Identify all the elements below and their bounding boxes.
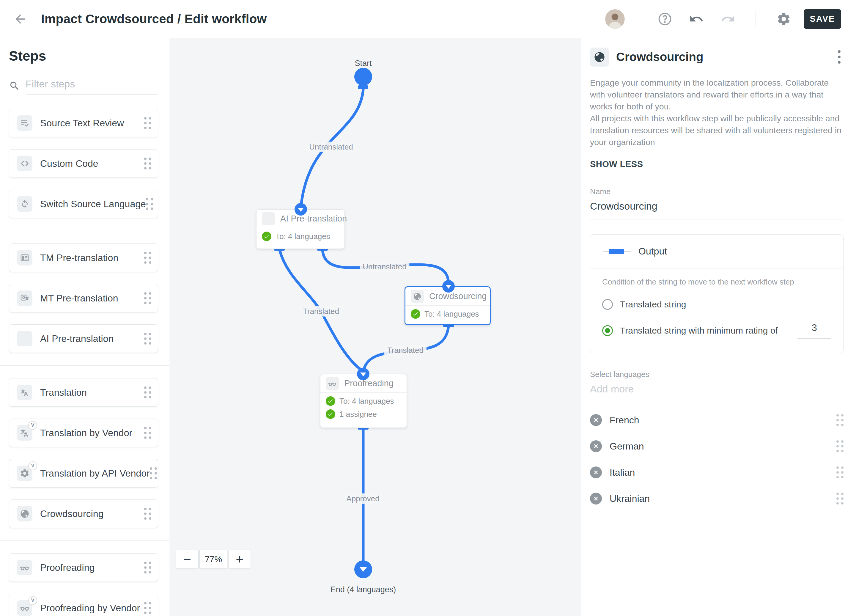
node-header: Crowdsourcing <box>405 287 490 306</box>
sidebar-title: Steps <box>9 48 158 64</box>
filter-steps <box>9 76 158 94</box>
edge-label-translated: Translated <box>300 306 342 317</box>
step-label: Proofreading <box>40 562 94 573</box>
drag-handle-icon[interactable] <box>144 292 151 304</box>
remove-language-icon[interactable] <box>590 493 602 505</box>
name-input[interactable] <box>590 196 844 219</box>
drag-handle-icon[interactable] <box>836 440 844 452</box>
output-card: Output Condition of the string to move t… <box>590 234 844 353</box>
drag-handle-icon[interactable] <box>144 508 151 520</box>
edge-label-translated: Translated <box>384 345 426 356</box>
drag-handle-icon[interactable] <box>144 387 151 398</box>
drag-handle-icon[interactable] <box>836 493 844 505</box>
gear-icon: V <box>17 465 32 481</box>
step-custom-code[interactable]: Custom Code <box>9 149 158 178</box>
translate-icon <box>17 385 32 400</box>
step-label: Source Text Review <box>40 118 124 129</box>
panel-title: Crowdsourcing <box>616 50 703 64</box>
min-rating-input[interactable]: 3 <box>797 322 831 339</box>
remove-language-icon[interactable] <box>590 414 602 426</box>
option-translated-string[interactable]: Translated string <box>602 299 831 310</box>
drag-handle-icon[interactable] <box>144 252 151 264</box>
zoom-out-button[interactable]: − <box>176 550 199 569</box>
step-settings-panel: Crowdsourcing Engage your community in t… <box>581 38 856 616</box>
help-icon[interactable] <box>657 12 672 26</box>
step-label: AI Pre-translation <box>40 333 114 344</box>
glasses-icon <box>17 560 32 575</box>
drag-handle-icon[interactable] <box>144 427 151 439</box>
globe-icon <box>590 48 609 66</box>
output-header: Output <box>590 234 843 268</box>
drag-handle-icon[interactable] <box>144 117 151 129</box>
step-translation-by-vendor[interactable]: V Translation by Vendor <box>9 419 158 447</box>
save-button[interactable]: SAVE <box>804 9 841 29</box>
avatar[interactable] <box>605 9 625 29</box>
language-name: German <box>610 441 644 452</box>
drag-handle-icon[interactable] <box>150 467 157 479</box>
step-crowdsourcing[interactable]: Crowdsourcing <box>9 499 158 528</box>
step-ai-pretranslation[interactable]: AI Pre-translation <box>9 324 158 353</box>
tm-document-icon <box>17 250 32 265</box>
group-divider <box>0 541 169 541</box>
option-translated-min-rating[interactable]: Translated string with minimum rating of… <box>602 322 831 339</box>
divider <box>756 10 756 28</box>
radio-label: Translated string with minimum rating of <box>620 325 778 336</box>
step-switch-source-language[interactable]: Switch Source Language <box>9 190 158 218</box>
drag-handle-icon[interactable] <box>144 602 151 614</box>
undo-icon[interactable] <box>689 12 704 26</box>
edge-label-approved: Approved <box>343 493 382 504</box>
output-connector-icon <box>604 248 631 254</box>
condition-label: Condition of the string to move to the n… <box>602 277 831 286</box>
vendor-badge: V <box>28 421 37 430</box>
drag-handle-icon[interactable] <box>146 198 153 210</box>
glasses-icon: V <box>17 600 32 616</box>
node-row-label: To: 4 languages <box>425 310 479 319</box>
node-body: To: 4 languages <box>405 306 490 322</box>
step-list: Source Text Review Custom Code Switch So… <box>9 109 158 616</box>
drag-handle-icon[interactable] <box>144 333 151 345</box>
drag-handle-icon[interactable] <box>836 414 844 426</box>
settings-gear-icon[interactable] <box>776 12 791 26</box>
node-row: To: 4 languages <box>262 232 339 241</box>
end-label: End (4 languages) <box>331 585 396 594</box>
step-proofreading[interactable]: Proofreading <box>9 553 158 582</box>
step-source-text-review[interactable]: Source Text Review <box>9 109 158 137</box>
language-name: Ukrainian <box>610 493 650 504</box>
check-icon <box>326 410 335 419</box>
kebab-menu-icon[interactable] <box>835 47 844 66</box>
top-bar: Impact Crowdsourced / Edit workflow SAVE <box>0 0 856 38</box>
node-row: To: 4 languages <box>411 309 485 319</box>
step-proofreading-by-vendor[interactable]: V Proofreading by Vendor <box>9 594 158 616</box>
vendor-badge: V <box>28 596 37 605</box>
step-translation[interactable]: Translation <box>9 378 158 407</box>
drag-handle-icon[interactable] <box>144 562 151 573</box>
source-text-review-icon <box>17 116 32 131</box>
filter-steps-input[interactable] <box>26 76 158 94</box>
sync-icon <box>17 196 32 212</box>
back-button[interactable] <box>13 12 27 26</box>
zoom-in-button[interactable]: + <box>228 550 251 569</box>
step-mt-pretranslation[interactable]: MT Pre-translation <box>9 284 158 313</box>
remove-language-icon[interactable] <box>590 467 602 478</box>
node-body: To: 4 languages 1 assignee <box>320 393 406 422</box>
step-translation-by-api-vendor[interactable]: V Translation by API Vendor <box>9 459 158 488</box>
select-languages-section: Select languages French German Italian U… <box>590 370 844 512</box>
globe-icon <box>411 290 424 303</box>
redo-icon[interactable] <box>721 12 735 26</box>
add-language-input[interactable] <box>590 379 844 402</box>
drag-handle-icon[interactable] <box>144 157 151 169</box>
zoom-control: − 77% + <box>176 550 251 569</box>
node-body: To: 4 languages <box>257 228 345 245</box>
radio-selected-icon[interactable] <box>602 325 613 336</box>
step-tm-pretranslation[interactable]: TM Pre-translation <box>9 243 158 272</box>
drag-handle-icon[interactable] <box>836 467 844 478</box>
node-crowdsourcing[interactable]: Crowdsourcing To: 4 languages <box>405 286 491 325</box>
node-proofreading[interactable]: Proofreading To: 4 languages 1 assignee <box>320 374 407 428</box>
remove-language-icon[interactable] <box>590 440 602 452</box>
node-ai-pretranslation[interactable]: AI Pre-translation To: 4 languages <box>256 209 345 249</box>
show-less-link[interactable]: SHOW LESS <box>590 159 643 169</box>
workflow-canvas[interactable]: AI Pre-translation To: 4 languages Crowd… <box>170 38 581 616</box>
radio-unselected-icon[interactable] <box>602 299 613 310</box>
globe-icon <box>17 506 32 522</box>
group-divider <box>0 365 169 366</box>
